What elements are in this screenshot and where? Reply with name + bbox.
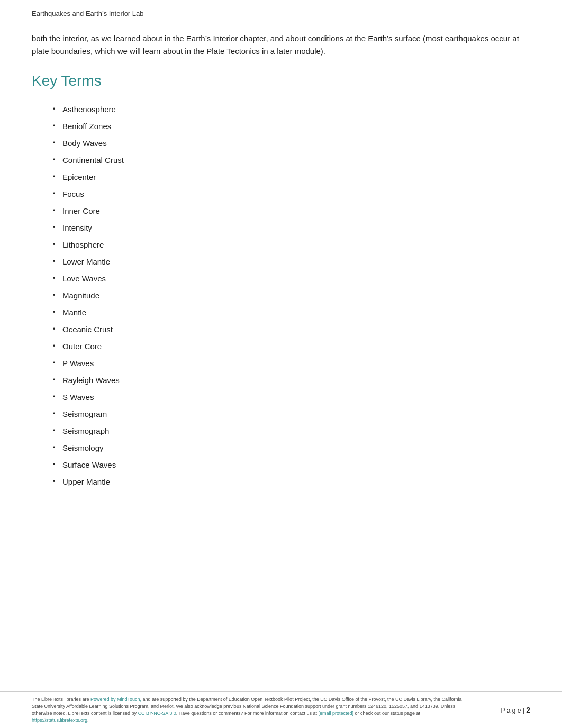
list-item: Continental Crust	[53, 152, 530, 169]
list-item: Epicenter	[53, 169, 530, 186]
list-item: Seismograph	[53, 423, 530, 440]
intro-paragraph: both the interior, as we learned about i…	[32, 32, 530, 58]
status-link[interactable]: https://status.libretexts.org	[32, 717, 87, 723]
footer-text-part1: The LibreTexts libraries are	[32, 697, 90, 702]
footer-text-part4: or check out our status page at	[353, 711, 420, 716]
list-item: Benioff Zones	[53, 118, 530, 135]
list-item: Seismogram	[53, 406, 530, 423]
list-item: Body Waves	[53, 135, 530, 152]
email-link[interactable]: [email protected]	[318, 711, 353, 716]
footer-text-part5: .	[87, 717, 89, 723]
footer-page: P a g e | 2	[491, 705, 530, 715]
document-title: Earthquakes and Earth’s Interior Lab	[32, 10, 144, 17]
page-header: Earthquakes and Earth’s Interior Lab	[0, 0, 562, 23]
list-item: Intensity	[53, 220, 530, 236]
list-item: Focus	[53, 186, 530, 203]
list-item: S Waves	[53, 389, 530, 406]
key-terms-heading: Key Terms	[32, 72, 530, 89]
list-item: P Waves	[53, 355, 530, 372]
cc-link[interactable]: CC BY-NC-SA 3.0	[138, 711, 176, 716]
list-item: Lithosphere	[53, 236, 530, 253]
list-item: Seismology	[53, 440, 530, 457]
list-item: Oceanic Crust	[53, 321, 530, 338]
page-label: P a g e |	[501, 707, 527, 714]
footer-text-part3: . Have questions or comments? For more i…	[176, 711, 319, 716]
list-item: Surface Waves	[53, 457, 530, 474]
page-number: 2	[526, 706, 530, 714]
list-item: Love Waves	[53, 270, 530, 287]
terms-list: AsthenosphereBenioff ZonesBody WavesCont…	[32, 101, 530, 490]
list-item: Inner Core	[53, 203, 530, 220]
list-item: Outer Core	[53, 338, 530, 355]
list-item: Rayleigh Waves	[53, 372, 530, 389]
list-item: Magnitude	[53, 287, 530, 304]
list-item: Mantle	[53, 304, 530, 321]
page-footer: The LibreTexts libraries are Powered by …	[0, 691, 562, 728]
footer-text: The LibreTexts libraries are Powered by …	[32, 696, 466, 724]
list-item: Upper Mantle	[53, 474, 530, 490]
list-item: Lower Mantle	[53, 253, 530, 270]
mindtouch-link[interactable]: Powered by MindTouch,	[90, 697, 141, 702]
main-content: both the interior, as we learned about i…	[0, 23, 562, 490]
list-item: Asthenosphere	[53, 101, 530, 118]
